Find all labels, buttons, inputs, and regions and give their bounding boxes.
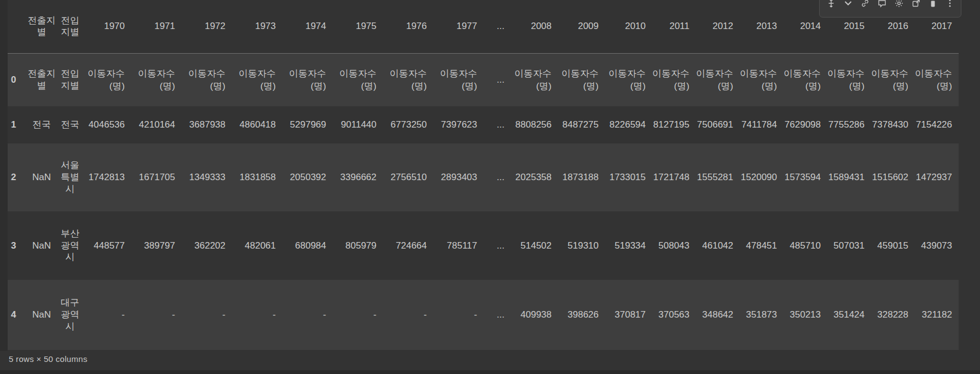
value-cell: 7397623: [433, 106, 484, 143]
to-region-cell: 부산광역시: [59, 211, 81, 280]
row-index: 0: [8, 53, 24, 106]
value-cell: 4860418: [232, 106, 282, 143]
value-cell: 이동자수 (명): [383, 53, 433, 106]
value-cell: 이동자수 (명): [131, 53, 182, 106]
value-cell: 482061: [232, 211, 282, 280]
value-cell: 7755286: [827, 106, 871, 143]
to-region-column-header: 전입지별: [59, 0, 81, 53]
from-region-column-header: 전출지별: [24, 0, 59, 53]
row-index: 2: [8, 143, 24, 211]
value-cell: 이동자수 (명): [558, 53, 605, 106]
value-cell: ...: [484, 280, 511, 350]
value-cell: 이동자수 (명): [871, 53, 915, 106]
page-bottom-strip: [0, 370, 980, 374]
value-cell: 362202: [182, 211, 232, 280]
year-column-header: 2012: [696, 0, 740, 53]
value-cell: 이동자수 (명): [827, 53, 871, 106]
year-column-header: 1970: [81, 0, 131, 53]
year-column-header: 1974: [282, 0, 333, 53]
value-cell: 389797: [131, 211, 182, 280]
value-cell: 1349333: [182, 143, 232, 211]
value-cell: 3687938: [182, 106, 232, 143]
value-cell: 1721748: [652, 143, 696, 211]
value-cell: 7411784: [740, 106, 784, 143]
row-index: 4: [8, 280, 24, 350]
value-cell: 8226594: [605, 106, 652, 143]
value-cell: -: [131, 280, 182, 350]
year-column-header: 1976: [383, 0, 433, 53]
value-cell: 478451: [740, 211, 784, 280]
open-in-editor-icon[interactable]: [908, 0, 924, 11]
value-cell: 이동자수 (명): [433, 53, 484, 106]
from-region-cell: NaN: [24, 280, 59, 350]
value-cell: 370817: [605, 280, 652, 350]
value-cell: ...: [484, 143, 511, 211]
collapse-output-icon[interactable]: [840, 0, 856, 11]
value-cell: 1873188: [558, 143, 605, 211]
value-cell: 8808256: [511, 106, 558, 143]
from-region-cell: 전국: [24, 106, 59, 143]
value-cell: 508043: [652, 211, 696, 280]
row-index: 1: [8, 106, 24, 143]
value-cell: 1472937: [915, 143, 959, 211]
trash-icon[interactable]: [925, 0, 941, 11]
value-cell: 459015: [871, 211, 915, 280]
value-cell: 1671705: [131, 143, 182, 211]
value-cell: 1515602: [871, 143, 915, 211]
value-cell: -: [433, 280, 484, 350]
value-cell: 351424: [827, 280, 871, 350]
year-column-header: 2011: [652, 0, 696, 53]
from-region-cell: NaN: [24, 211, 59, 280]
value-cell: ...: [484, 53, 511, 106]
value-cell: 398626: [558, 280, 605, 350]
value-cell: 370563: [652, 280, 696, 350]
to-region-cell: 서울특별시: [59, 143, 81, 211]
table-row: 0전출지별전입지별이동자수 (명)이동자수 (명)이동자수 (명)이동자수 (명…: [8, 53, 959, 106]
value-cell: 409938: [511, 280, 558, 350]
table-row: 4NaN대구광역시--------...40993839862637081737…: [8, 280, 959, 350]
value-cell: 6773250: [383, 106, 433, 143]
value-cell: 321182: [915, 280, 959, 350]
value-cell: 448577: [81, 211, 131, 280]
value-cell: 724664: [383, 211, 433, 280]
value-cell: 785117: [433, 211, 484, 280]
year-column-header: 1972: [182, 0, 232, 53]
value-cell: 328228: [871, 280, 915, 350]
value-cell: 4046536: [81, 106, 131, 143]
dataframe-output: 전출지별전입지별19701971197219731974197519761977…: [8, 0, 959, 350]
value-cell: 이동자수 (명): [333, 53, 383, 106]
value-cell: 이동자수 (명): [81, 53, 131, 106]
column-header-row: 전출지별전입지별19701971197219731974197519761977…: [8, 0, 959, 53]
value-cell: 이동자수 (명): [696, 53, 740, 106]
value-cell: 7154226: [915, 106, 959, 143]
dataframe-table: 전출지별전입지별19701971197219731974197519761977…: [8, 0, 959, 350]
dataframe-shape-label: 5 rows × 50 columns: [9, 354, 88, 364]
value-cell: 1555281: [696, 143, 740, 211]
table-row: 3NaN부산광역시4485773897973622024820616809848…: [8, 211, 959, 280]
value-cell: 1573594: [784, 143, 827, 211]
value-cell: 507031: [827, 211, 871, 280]
value-cell: 2893403: [433, 143, 484, 211]
value-cell: 이동자수 (명): [652, 53, 696, 106]
value-cell: -: [81, 280, 131, 350]
value-cell: 461042: [696, 211, 740, 280]
more-actions-icon[interactable]: [942, 0, 958, 11]
value-cell: ...: [484, 211, 511, 280]
output-left-gutter: [0, 0, 8, 351]
value-cell: -: [182, 280, 232, 350]
value-cell: 이동자수 (명): [182, 53, 232, 106]
value-cell: 1742813: [81, 143, 131, 211]
value-cell: -: [383, 280, 433, 350]
gear-icon[interactable]: [891, 0, 907, 11]
value-cell: 2756510: [383, 143, 433, 211]
value-cell: 350213: [784, 280, 827, 350]
table-row: 1전국전국40465364210164368793848604185297969…: [8, 106, 959, 143]
split-cell-icon[interactable]: [823, 0, 839, 11]
value-cell: 이동자수 (명): [784, 53, 827, 106]
value-cell: 1520090: [740, 143, 784, 211]
value-cell: 348642: [696, 280, 740, 350]
value-cell: 485710: [784, 211, 827, 280]
cell-toolbar: [819, 0, 961, 18]
comment-icon[interactable]: [874, 0, 890, 11]
link-icon[interactable]: [857, 0, 873, 11]
